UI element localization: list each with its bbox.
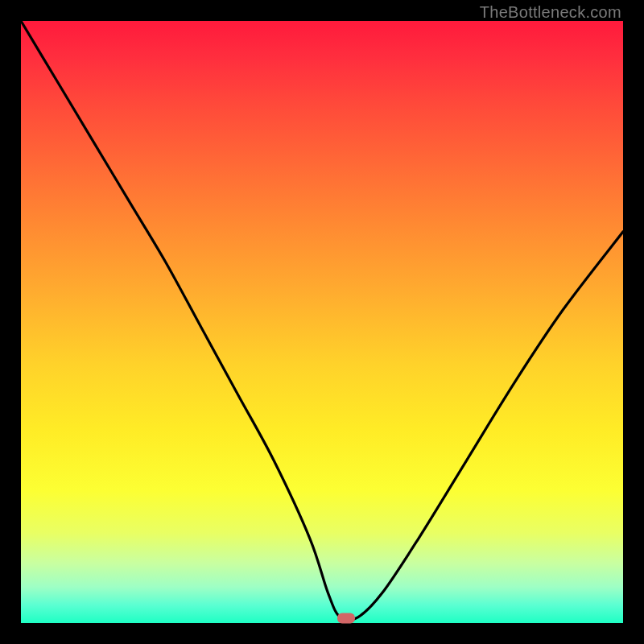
watermark-text: TheBottleneck.com [480, 3, 621, 22]
optimal-point-marker [337, 613, 355, 624]
plot-area [21, 21, 623, 623]
chart-frame: TheBottleneck.com [0, 0, 644, 644]
bottleneck-curve [21, 21, 623, 623]
